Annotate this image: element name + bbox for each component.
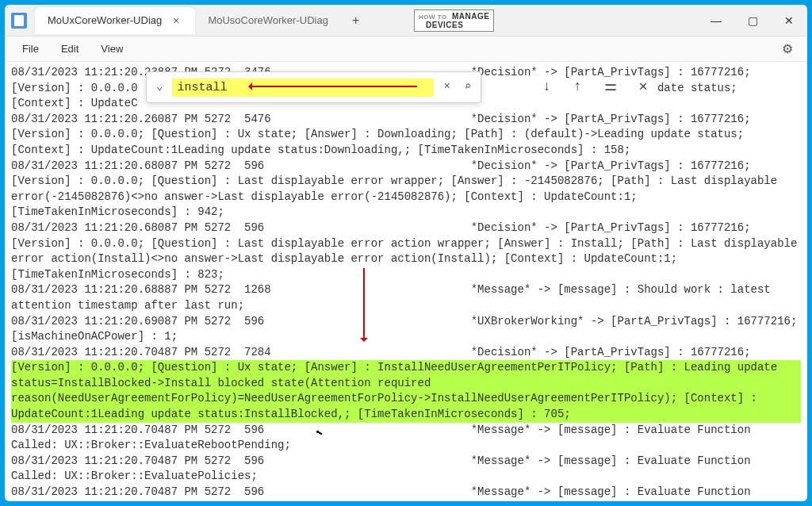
menu-view[interactable]: View xyxy=(90,40,134,58)
tab-close-icon[interactable]: × xyxy=(170,13,182,29)
annotation-arrow-vertical xyxy=(363,268,365,339)
log-line: [TimeTakenInMicroseconds] : 823; xyxy=(11,267,801,283)
log-line: 08/31/2023 11:21:20.70487 PM 5272 596 *M… xyxy=(11,485,801,501)
log-line: [Context] : UpdateCount:1Leading update … xyxy=(11,143,801,159)
find-nav: ↓ ↑ ⚌ ✕ xyxy=(536,71,653,103)
tab-active-label: MoUxCoreWorker-UDiag xyxy=(48,14,162,26)
titlebar: MoUxCoreWorker-UDiag × MoUsoCoreWorker-U… xyxy=(5,5,807,36)
tab-add-button[interactable]: + xyxy=(341,13,370,28)
menu-file[interactable]: File xyxy=(11,40,50,58)
log-line: 08/31/2023 11:21:20.68887 PM 5272 1268 *… xyxy=(11,282,801,313)
annotation-arrow-horizontal xyxy=(251,86,417,87)
find-input[interactable] xyxy=(172,79,434,97)
find-clear-icon[interactable]: × xyxy=(439,76,454,98)
find-close-icon[interactable]: ✕ xyxy=(633,74,654,100)
brand-side: HOW TO xyxy=(419,14,447,21)
brand-logo: HOW TO MANAGE DEVICES xyxy=(414,10,494,32)
window-controls: ― ▢ ✕ xyxy=(698,5,807,36)
log-line: [Version] : 0.0.0.0; [Question] : Last d… xyxy=(11,174,801,205)
log-line: 08/31/2023 11:21:20.70487 PM 5272 596 *M… xyxy=(11,423,801,454)
log-line: 08/31/2023 11:21:20.69087 PM 5272 596 *U… xyxy=(11,314,801,345)
log-line: 08/31/2023 11:21:20.68087 PM 5272 596 *D… xyxy=(11,220,801,236)
log-line-highlighted: [Version] : 0.0.0.0; [Question] : Ux sta… xyxy=(11,360,801,422)
find-bar: ⌄ × ⌕ xyxy=(146,71,481,103)
log-line: [TimeTakenInMicroseconds] : 942; xyxy=(11,205,801,220)
app-icon xyxy=(11,13,27,29)
find-expand-icon[interactable]: ⌄ xyxy=(151,76,167,98)
editor-content[interactable]: ⌄ × ⌕ ↓ ↑ ⚌ ✕ ⬉ 08/31/2023 11:21:20.2388… xyxy=(5,62,807,501)
tab-active[interactable]: MoUxCoreWorker-UDiag × xyxy=(35,7,195,34)
brand-line1: MANAGE xyxy=(452,12,489,21)
maximize-button[interactable]: ▢ xyxy=(734,5,771,36)
tab-inactive-label: MoUsoCoreWorker-UDiag xyxy=(208,14,327,26)
app-window: MoUxCoreWorker-UDiag × MoUsoCoreWorker-U… xyxy=(5,5,807,501)
find-prev-icon[interactable]: ↑ xyxy=(567,74,588,100)
log-line: 08/31/2023 11:21:20.70487 PM 5272 596 *M… xyxy=(11,454,801,485)
find-next-icon[interactable]: ↓ xyxy=(536,74,557,100)
find-options-icon[interactable]: ⚌ xyxy=(598,74,623,100)
menubar: File Edit View ⚙ xyxy=(5,36,807,62)
menu-edit[interactable]: Edit xyxy=(50,40,90,58)
close-button[interactable]: ✕ xyxy=(771,5,807,36)
brand-line2: DEVICES xyxy=(426,21,463,29)
log-line: [Version] : 0.0.0.0; [Question] : Ux sta… xyxy=(11,127,801,143)
log-line: 08/31/2023 11:21:20.70487 PM 5272 7284 *… xyxy=(11,345,801,361)
minimize-button[interactable]: ― xyxy=(698,5,734,36)
log-line: 08/31/2023 11:21:20.68087 PM 5272 596 *D… xyxy=(11,159,801,174)
log-line: [Version] : 0.0.0.0; [Question] : Last d… xyxy=(11,236,801,267)
find-search-icon[interactable]: ⌕ xyxy=(460,76,476,98)
tab-inactive[interactable]: MoUsoCoreWorker-UDiag xyxy=(195,7,340,34)
settings-gear-icon[interactable]: ⚙ xyxy=(774,38,801,59)
log-line: 08/31/2023 11:21:20.26087 PM 5272 5476 *… xyxy=(11,112,801,128)
